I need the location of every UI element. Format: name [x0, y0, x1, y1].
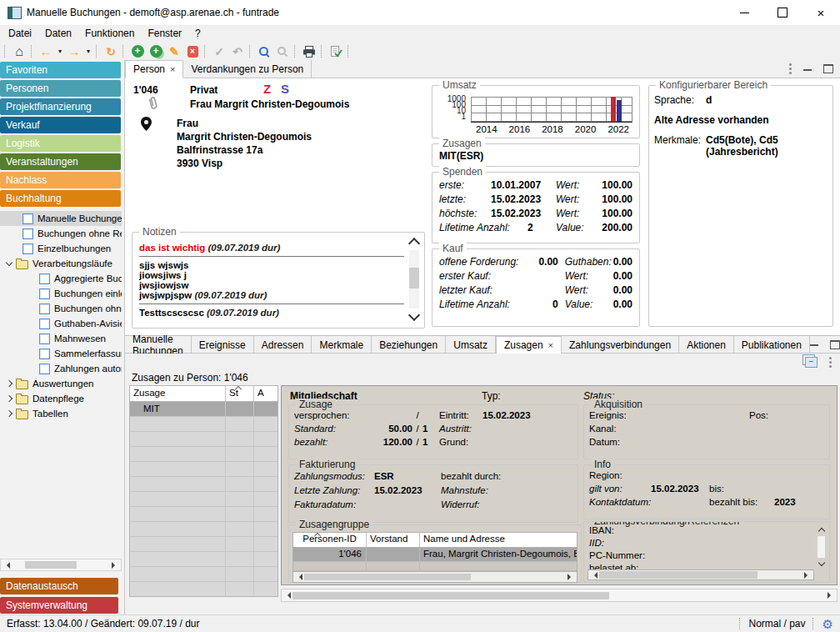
- search-secondary-button[interactable]: [273, 43, 292, 59]
- list-empty-row[interactable]: [130, 447, 278, 462]
- column-name-adresse[interactable]: Name und Adresse: [420, 533, 577, 547]
- status-mode[interactable]: Normal / pav: [749, 618, 806, 629]
- scrollbar-thumb[interactable]: [25, 561, 77, 569]
- back-dropdown-button[interactable]: ▾: [55, 43, 65, 59]
- scroll-down-arrow[interactable]: [818, 559, 824, 566]
- menu-daten[interactable]: Daten: [40, 26, 80, 42]
- report-button[interactable]: [327, 43, 345, 59]
- tree-item-aggregierte-buchungen[interactable]: Aggregierte Buchun: [0, 271, 122, 286]
- sidebar-section-nachlass[interactable]: Nachlass: [0, 172, 121, 188]
- column-a[interactable]: A: [254, 386, 276, 401]
- home-button[interactable]: ⌂: [10, 43, 28, 59]
- panel-minimize-icon[interactable]: [803, 69, 812, 71]
- list-empty-row[interactable]: [130, 552, 278, 567]
- scrollbar-thumb[interactable]: [304, 574, 471, 580]
- scrollbar-thumb[interactable]: [599, 571, 758, 579]
- tree-item-guthaben-avisierung[interactable]: Guthaben-Avisierun: [0, 316, 122, 331]
- list-empty-row[interactable]: [130, 537, 278, 552]
- menu-datei[interactable]: Datei: [3, 26, 40, 42]
- undo-button[interactable]: ↶: [228, 43, 247, 59]
- list-empty-row[interactable]: [130, 432, 278, 447]
- tab-publikationen[interactable]: Publikationen: [734, 336, 810, 354]
- maximize-button[interactable]: [763, 0, 802, 25]
- scrollbar-thumb[interactable]: [409, 268, 419, 288]
- scroll-up-arrow[interactable]: [408, 238, 420, 249]
- scroll-right-arrow[interactable]: [804, 572, 811, 579]
- tree-item-tabellen[interactable]: Tabellen: [0, 406, 122, 421]
- zahlungsverbindung-vscrollbar[interactable]: [816, 527, 827, 569]
- menu-fenster[interactable]: Fenster: [142, 26, 190, 42]
- tree-item-sammelerfassung[interactable]: Sammelerfassung S: [0, 346, 122, 361]
- tab-close-icon[interactable]: ×: [170, 64, 175, 74]
- tab-adressen[interactable]: Adressen: [254, 336, 312, 354]
- scroll-right-arrow[interactable]: [568, 574, 574, 580]
- delete-button[interactable]: ×: [183, 43, 202, 59]
- tab-person[interactable]: Person ×: [125, 60, 183, 78]
- menu-funktionen[interactable]: Funktionen: [80, 26, 142, 42]
- gear-icon[interactable]: ⚙: [822, 618, 833, 630]
- close-button[interactable]: ×: [802, 0, 840, 25]
- column-vorstand[interactable]: Vorstand: [367, 533, 420, 547]
- tree-item-buchungen-einlesen[interactable]: Buchungen einlese: [0, 286, 122, 301]
- sidebar-section-veranstaltungen[interactable]: Veranstaltungen: [0, 153, 121, 170]
- list-empty-row[interactable]: [130, 462, 278, 477]
- tab-manuelle-buchungen[interactable]: Manuelle Buchungen: [125, 336, 192, 354]
- scroll-left-arrow[interactable]: [3, 562, 10, 569]
- zusagengruppe-hscrollbar[interactable]: [293, 571, 577, 582]
- tree-item-datenpflege[interactable]: Datenpflege: [0, 391, 122, 406]
- table-empty-row[interactable]: [293, 562, 577, 571]
- panel-menu-dots-icon[interactable]: [829, 357, 832, 359]
- scroll-up-arrow[interactable]: [818, 528, 824, 534]
- scroll-right-arrow[interactable]: [112, 562, 118, 569]
- scroll-left-arrow[interactable]: [284, 592, 291, 599]
- tree-item-zahlungen-automatisch[interactable]: Zahlungen automat: [0, 361, 122, 376]
- sidebar-section-projektfinanzierung[interactable]: Projektfinanzierung: [0, 98, 121, 115]
- panel-maximize-icon[interactable]: [830, 340, 840, 349]
- list-empty-row[interactable]: [130, 582, 278, 596]
- tree-item-einzelbuchungen[interactable]: Einzelbuchungen: [0, 241, 122, 256]
- list-empty-row[interactable]: [130, 507, 278, 522]
- sidebar-horizontal-scrollbar[interactable]: [0, 559, 122, 571]
- tab-verdankungen-zu-person[interactable]: Verdankungen zu Person: [183, 60, 312, 78]
- menu-help[interactable]: ?: [190, 26, 209, 42]
- edit-button[interactable]: ✎: [165, 43, 183, 59]
- print-button[interactable]: [300, 43, 318, 59]
- tab-zusagen[interactable]: Zusagen×: [496, 336, 562, 354]
- tab-umsatz[interactable]: Umsatz: [446, 336, 496, 354]
- sidebar-section-logistik[interactable]: Logistik: [0, 135, 121, 152]
- column-st[interactable]: St: [226, 386, 254, 401]
- forward-dropdown-button[interactable]: ▾: [83, 43, 93, 59]
- panel-minimize-icon[interactable]: [810, 344, 818, 346]
- collapse-panel-icon[interactable]: −: [805, 357, 818, 368]
- tab-aktionen[interactable]: Aktionen: [679, 336, 734, 354]
- tree-item-buchungen-ohne-r[interactable]: Buchungen ohne R: [0, 301, 122, 316]
- tab-menu-dots-icon[interactable]: [789, 63, 792, 66]
- sidebar-section-verkauf[interactable]: Verkauf: [0, 117, 121, 133]
- back-button[interactable]: ←: [37, 43, 55, 59]
- tree-item-manuelle-buchungen[interactable]: Manuelle Buchungen: [0, 211, 122, 226]
- notizen-scrollbar[interactable]: [408, 238, 421, 323]
- detail-horizontal-scrollbar[interactable]: [281, 589, 838, 602]
- column-personen-id[interactable]: Personen-ID: [293, 533, 367, 547]
- add-button[interactable]: +: [128, 43, 147, 59]
- paperclip-icon[interactable]: [146, 94, 162, 114]
- sidebar-section-systemverwaltung[interactable]: Systemverwaltung: [0, 597, 118, 614]
- forward-button[interactable]: →: [65, 43, 83, 59]
- tree-item-auswertungen[interactable]: Auswertungen: [0, 376, 122, 391]
- tab-ereignisse[interactable]: Ereignisse: [192, 336, 254, 354]
- list-row-mit[interactable]: MIT: [130, 402, 278, 417]
- list-empty-row[interactable]: [130, 522, 278, 537]
- scroll-down-arrow[interactable]: [408, 309, 420, 321]
- tree-item-buchungen-ohne-referenz[interactable]: Buchungen ohne Refe: [0, 226, 122, 241]
- add-copy-button[interactable]: +: [147, 43, 165, 59]
- scroll-left-arrow[interactable]: [296, 574, 302, 580]
- zahlungsverbindung-hscrollbar[interactable]: [588, 569, 814, 580]
- sidebar-section-personen[interactable]: Personen: [0, 80, 121, 97]
- table-row[interactable]: 1'046 Frau, Margrit Christen-Degoumois, …: [293, 548, 577, 562]
- sidebar-section-datenaustausch[interactable]: Datenaustausch: [0, 578, 118, 594]
- refresh-button[interactable]: ↻: [102, 43, 120, 59]
- tree-item-mahnwesen[interactable]: Mahnwesen: [0, 331, 122, 346]
- sidebar-section-favoriten[interactable]: Favoriten: [0, 62, 121, 78]
- tab-zahlungsverbindungen[interactable]: Zahlungsverbindungen: [562, 336, 679, 354]
- column-zusage[interactable]: Zusage: [130, 386, 226, 401]
